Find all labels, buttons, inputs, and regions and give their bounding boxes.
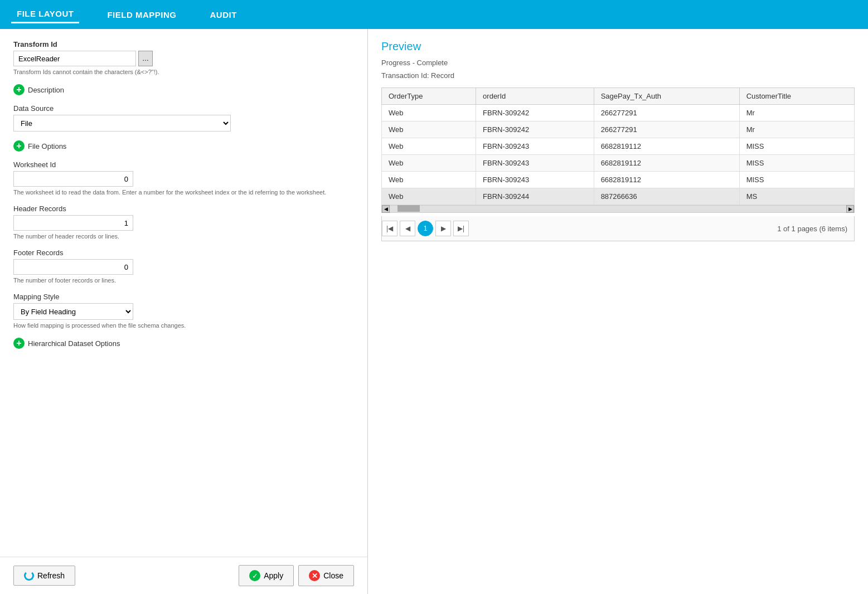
- file-options-label: File Options: [28, 142, 66, 150]
- apply-button[interactable]: ✓ Apply: [239, 565, 294, 586]
- header-records-label: Header Records: [13, 205, 354, 213]
- table-row: WebFBRN-309242266277291Mr: [382, 121, 855, 138]
- mapping-style-label: Mapping Style: [13, 293, 354, 301]
- progress-text: Progress - Complete: [381, 59, 855, 67]
- close-icon: ✕: [309, 570, 320, 581]
- nav-audit[interactable]: AUDIT: [204, 7, 242, 23]
- page-prev-button[interactable]: ◀: [400, 221, 415, 236]
- table-cell-customertitle: MISS: [739, 138, 854, 155]
- table-cell-ordertype: Web: [382, 105, 476, 121]
- description-group: + Description: [13, 84, 354, 95]
- table-cell-customertitle: Mr: [739, 105, 854, 121]
- table-row: WebFBRN-3092436682819112MISS: [382, 138, 855, 155]
- transform-id-group: Transform Id … Transform Ids cannot cont…: [13, 40, 354, 75]
- data-source-label: Data Source: [13, 104, 354, 113]
- file-options-expand-icon[interactable]: +: [13, 140, 25, 152]
- scroll-thumb[interactable]: [397, 205, 420, 212]
- transform-id-input[interactable]: [13, 51, 136, 66]
- table-cell-orderid: FBRN-309242: [476, 121, 594, 138]
- worksheet-id-input[interactable]: [13, 171, 133, 187]
- table-header-row: OrderType orderId SagePay_Tx_Auth Custom…: [382, 88, 855, 105]
- nav-field-mapping[interactable]: FIELD MAPPING: [101, 7, 182, 23]
- table-cell-customertitle: Mr: [739, 121, 854, 138]
- description-expand-icon[interactable]: +: [13, 84, 25, 95]
- table-cell-orderid: FBRN-309243: [476, 172, 594, 188]
- header-records-hint: The number of header records or lines.: [13, 233, 354, 240]
- page-info: 1 of 1 pages (6 items): [777, 225, 847, 233]
- horizontal-scrollbar[interactable]: ◀ ▶: [381, 205, 855, 213]
- mapping-style-group: Mapping Style By Field Heading By Positi…: [13, 293, 354, 329]
- transform-id-label: Transform Id: [13, 40, 354, 48]
- nav-file-layout[interactable]: FILE LAYOUT: [11, 6, 79, 23]
- main-container: Transform Id … Transform Ids cannot cont…: [0, 29, 868, 594]
- left-panel: Transform Id … Transform Ids cannot cont…: [0, 29, 368, 594]
- page-next-button[interactable]: ▶: [435, 221, 451, 236]
- footer-records-group: Footer Records The number of footer reco…: [13, 249, 354, 284]
- scroll-right-arrow[interactable]: ▶: [846, 205, 854, 213]
- right-panel: Preview Progress - Complete Transaction …: [368, 29, 868, 594]
- table-cell-orderid: FBRN-309243: [476, 155, 594, 172]
- apply-icon: ✓: [249, 570, 260, 581]
- table-cell-sagepay_tx_auth: 887266636: [594, 188, 739, 205]
- top-navigation: FILE LAYOUT FIELD MAPPING AUDIT: [0, 0, 868, 29]
- page-first-button[interactable]: |◀: [382, 221, 397, 236]
- refresh-button[interactable]: Refresh: [13, 566, 75, 586]
- table-cell-sagepay_tx_auth: 266277291: [594, 121, 739, 138]
- col-header-ordertype: OrderType: [382, 88, 476, 105]
- close-button[interactable]: ✕ Close: [298, 565, 354, 586]
- preview-table: OrderType orderId SagePay_Tx_Auth Custom…: [381, 87, 855, 205]
- header-records-input[interactable]: [13, 215, 133, 231]
- worksheet-id-label: Worksheet Id: [13, 160, 354, 169]
- col-header-customertitle: CustomerTitle: [739, 88, 854, 105]
- apply-label: Apply: [264, 571, 283, 580]
- table-row: WebFBRN-3092436682819112MISS: [382, 155, 855, 172]
- table-cell-orderid: FBRN-309243: [476, 138, 594, 155]
- page-1-button[interactable]: 1: [418, 221, 433, 236]
- table-cell-customertitle: MISS: [739, 155, 854, 172]
- scroll-left-arrow[interactable]: ◀: [382, 205, 390, 213]
- table-cell-ordertype: Web: [382, 155, 476, 172]
- transform-id-hint: Transform Ids cannot contain the charact…: [13, 69, 354, 75]
- table-cell-sagepay_tx_auth: 266277291: [594, 105, 739, 121]
- worksheet-id-hint: The worksheet id to read the data from. …: [13, 189, 354, 196]
- transform-id-input-row: …: [13, 51, 354, 66]
- hierarchical-group: + Hierarchical Dataset Options: [13, 338, 354, 349]
- table-row: WebFBRN-309244887266636MS: [382, 188, 855, 205]
- transaction-text: Transaction Id: Record: [381, 71, 855, 80]
- description-label: Description: [28, 86, 64, 94]
- mapping-style-hint: How field mapping is processed when the …: [13, 322, 354, 329]
- footer-records-label: Footer Records: [13, 249, 354, 257]
- data-source-group: Data Source File Database API: [13, 104, 354, 132]
- file-options-group: + File Options: [13, 140, 354, 152]
- table-cell-orderid: FBRN-309242: [476, 105, 594, 121]
- worksheet-id-group: Worksheet Id The worksheet id to read th…: [13, 160, 354, 196]
- pagination-bar: |◀ ◀ 1 ▶ ▶| 1 of 1 pages (6 items): [381, 216, 855, 241]
- bottom-bar: Refresh ✓ Apply ✕ Close: [0, 557, 367, 594]
- hierarchical-expand-icon[interactable]: +: [13, 338, 25, 349]
- close-label: Close: [323, 571, 343, 580]
- col-header-sagepay: SagePay_Tx_Auth: [594, 88, 739, 105]
- transform-id-browse-button[interactable]: …: [138, 51, 153, 66]
- footer-records-hint: The number of footer records or lines.: [13, 277, 354, 284]
- mapping-style-select[interactable]: By Field Heading By Position: [13, 303, 133, 320]
- hierarchical-label: Hierarchical Dataset Options: [28, 339, 120, 348]
- table-cell-ordertype: Web: [382, 188, 476, 205]
- table-row: WebFBRN-3092436682819112MISS: [382, 172, 855, 188]
- table-cell-customertitle: MISS: [739, 172, 854, 188]
- table-cell-ordertype: Web: [382, 138, 476, 155]
- table-cell-ordertype: Web: [382, 121, 476, 138]
- table-cell-sagepay_tx_auth: 6682819112: [594, 155, 739, 172]
- refresh-icon: [24, 571, 34, 581]
- page-last-button[interactable]: ▶|: [453, 221, 469, 236]
- header-records-group: Header Records The number of header reco…: [13, 205, 354, 240]
- table-cell-sagepay_tx_auth: 6682819112: [594, 172, 739, 188]
- table-cell-ordertype: Web: [382, 172, 476, 188]
- col-header-orderid: orderId: [476, 88, 594, 105]
- preview-title: Preview: [381, 40, 855, 53]
- refresh-label: Refresh: [37, 571, 65, 580]
- data-source-select[interactable]: File Database API: [13, 115, 231, 132]
- table-row: WebFBRN-309242266277291Mr: [382, 105, 855, 121]
- table-cell-sagepay_tx_auth: 6682819112: [594, 138, 739, 155]
- footer-records-input[interactable]: [13, 259, 133, 275]
- table-cell-customertitle: MS: [739, 188, 854, 205]
